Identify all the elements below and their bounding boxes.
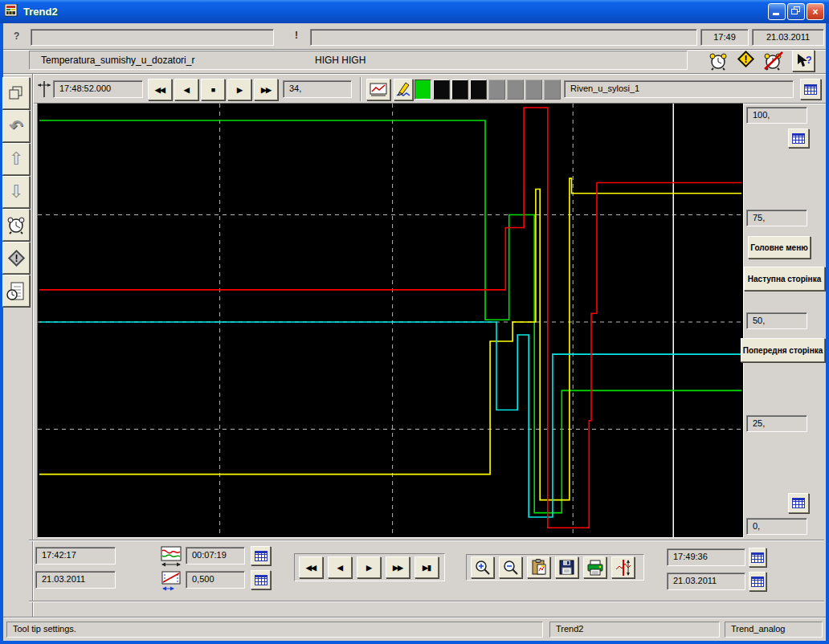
cascade-windows-button[interactable]: [2, 77, 30, 109]
time-factor-field[interactable]: 0,500: [186, 571, 245, 589]
printer-icon: [586, 560, 604, 576]
color-slot-3[interactable]: [451, 79, 468, 100]
step-back-button[interactable]: ◀: [174, 79, 198, 100]
toolbar-group-divider: [360, 77, 361, 101]
toolbar-separator: [3, 73, 826, 75]
alarm-clock-icon[interactable]: [709, 51, 728, 74]
pen-name-field[interactable]: Riven_u_sylosi_1: [564, 80, 794, 98]
trend-plot: [38, 104, 743, 537]
cascade-windows-icon: [8, 85, 24, 101]
color-slot-7: [525, 79, 542, 100]
query-field-right[interactable]: [310, 29, 697, 46]
alarm-log-button[interactable]: [2, 275, 30, 307]
stop-button[interactable]: ■: [201, 79, 225, 100]
duration-dialog-button[interactable]: [251, 546, 271, 565]
alarm-log-icon: [6, 280, 26, 301]
arrow-down-button[interactable]: ⇩: [2, 176, 30, 208]
statusbar-tooltip: Tool tip settings.: [6, 622, 543, 638]
grid-icon: [792, 498, 805, 508]
zoom-in-button[interactable]: [471, 556, 494, 578]
grid-icon: [792, 133, 805, 144]
start-date-field[interactable]: 21.03.2011: [35, 571, 116, 589]
undo-button[interactable]: ↶: [2, 110, 30, 142]
end-date-field[interactable]: 21.03.2011: [667, 573, 745, 590]
next-page-button[interactable]: Наступна сторінка: [744, 267, 825, 291]
save-button[interactable]: [555, 556, 578, 578]
nav-fast-forward-button[interactable]: ▶▶: [386, 556, 410, 578]
grid-icon: [804, 84, 817, 95]
prev-page-button[interactable]: Попередня сторінка: [741, 338, 825, 362]
end-date-dialog-button[interactable]: [749, 572, 766, 591]
zoom-in-icon: [475, 560, 491, 576]
color-slot-1[interactable]: [414, 79, 431, 100]
zoom-out-button[interactable]: [499, 556, 522, 578]
paste-button[interactable]: [527, 556, 550, 578]
nav-button-group: ◀◀ ◀ ▶ ▶▶ ▶▮: [294, 553, 445, 581]
pen-dialog-button[interactable]: [800, 79, 821, 100]
alert-exclamation-label: !: [295, 30, 298, 41]
step-forward-button[interactable]: ▶: [227, 79, 251, 100]
y-axis-dialog-button-top[interactable]: [788, 128, 809, 148]
pen-icon: [396, 81, 410, 98]
warning-button[interactable]: !: [2, 242, 30, 274]
ruler-crosshair-icon[interactable]: [36, 79, 52, 102]
bottom-panel-top-line: [29, 540, 824, 541]
end-time-field[interactable]: 17:49:36: [667, 548, 745, 566]
alarm-clock-button[interactable]: [2, 209, 30, 241]
clipboard-icon: [531, 559, 547, 576]
start-time-field[interactable]: 17:42:17: [35, 547, 116, 565]
statistics-icon: [615, 559, 632, 577]
color-slot-5: [488, 79, 505, 100]
chart-preview-icon: [370, 83, 387, 97]
fast-forward-button[interactable]: ▶▶: [254, 79, 278, 100]
clock-date-field: 21.03.2011: [752, 29, 824, 46]
statusbar-template-name: Trend_analog: [725, 622, 823, 638]
clock-time-field: 17:49: [700, 29, 749, 46]
alarm-clock-icon: [6, 215, 26, 234]
statusbar-top-line: [3, 617, 826, 618]
scale-factor-icon: [160, 569, 182, 595]
curve-select-button[interactable]: [366, 79, 390, 100]
print-button[interactable]: [583, 556, 606, 578]
floppy-icon: [559, 560, 574, 575]
grid-icon: [255, 551, 267, 561]
alarm-message-panel[interactable]: Temperatura_sumishy_u_dozatori_r HIGH HI…: [29, 51, 688, 70]
y-axis-label-50: 50,: [746, 312, 807, 329]
help-arrow-icon: ?: [795, 53, 811, 68]
trend-window: Trend2 × ? ! 17:49 21.03.2011 Temperatur…: [0, 0, 829, 644]
end-time-dialog-button[interactable]: [749, 548, 766, 567]
ruler-time-field[interactable]: 17:48:52.000: [53, 80, 143, 98]
color-slot-2[interactable]: [433, 79, 450, 100]
fast-rewind-button[interactable]: ◀◀: [148, 79, 172, 100]
statusbar-window-name: Trend2: [549, 622, 720, 638]
trend-chart-area[interactable]: [37, 103, 744, 538]
arrow-up-icon: ⇧: [9, 150, 23, 168]
alarm-disabled-icon[interactable]: [763, 51, 784, 74]
color-slot-4[interactable]: [470, 79, 487, 100]
nav-step-forward-button[interactable]: ▶: [357, 556, 381, 578]
query-field-left[interactable]: [31, 29, 274, 46]
pen-select-button[interactable]: [394, 79, 413, 100]
help-select-button[interactable]: ?: [792, 50, 815, 71]
main-menu-button[interactable]: Головне меню: [748, 236, 811, 259]
ruler-value-field[interactable]: 34,: [283, 80, 352, 98]
grid-icon: [255, 575, 267, 585]
grid-icon: [751, 552, 764, 563]
nav-end-button[interactable]: ▶▮: [414, 556, 439, 578]
window-title: Trend2: [23, 6, 58, 18]
alarm-state: HIGH HIGH: [315, 55, 365, 66]
y-axis-label-25: 25,: [746, 415, 807, 432]
statistics-button[interactable]: [611, 556, 635, 578]
minimize-button[interactable]: [768, 3, 786, 20]
time-factor-dialog-button[interactable]: [251, 570, 271, 589]
title-bar[interactable]: Trend2 ×: [0, 0, 829, 23]
y-axis-label-75: 75,: [746, 210, 807, 226]
arrow-up-button[interactable]: ⇧: [2, 143, 30, 175]
duration-field[interactable]: 00:07:19: [186, 547, 245, 565]
y-axis-dialog-button-bottom[interactable]: [788, 493, 809, 513]
nav-step-back-button[interactable]: ◀: [328, 556, 352, 578]
close-button[interactable]: ×: [807, 3, 824, 20]
grid-icon: [751, 577, 764, 587]
nav-fast-rewind-button[interactable]: ◀◀: [299, 556, 323, 578]
restore-button[interactable]: [787, 3, 805, 20]
